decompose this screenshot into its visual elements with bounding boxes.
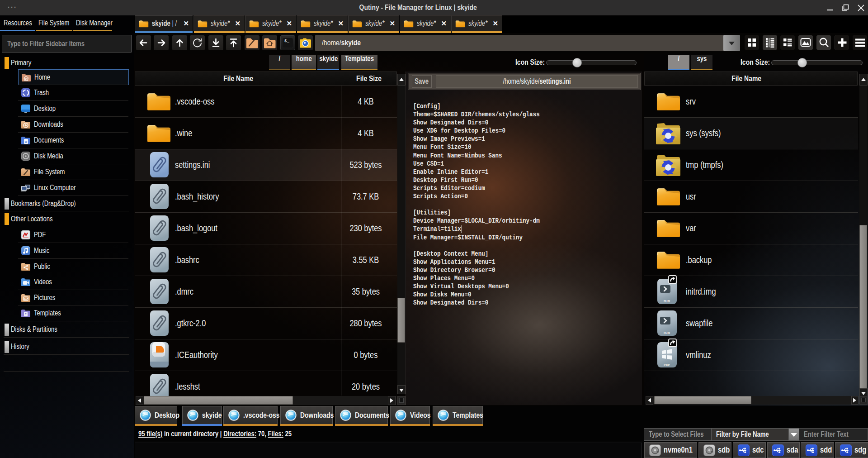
svg-text:D: D xyxy=(25,140,28,144)
svg-text:$_: $_ xyxy=(284,39,289,43)
